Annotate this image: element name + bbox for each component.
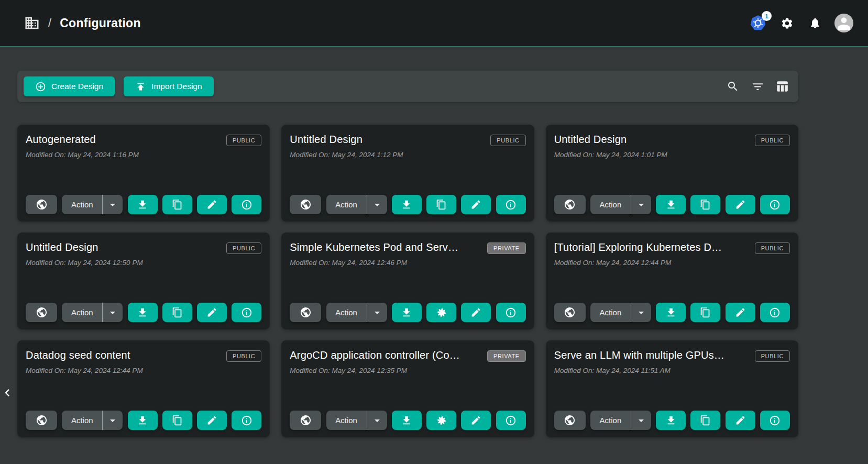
action-button[interactable]: Action bbox=[62, 303, 102, 322]
modified-on-text: Modified On: May 24, 2024 1:12 PM bbox=[290, 151, 525, 159]
visibility-globe-button[interactable] bbox=[26, 195, 57, 214]
import-design-button[interactable]: Import Design bbox=[124, 76, 213, 96]
action-button[interactable]: Action bbox=[590, 195, 631, 214]
visibility-globe-button[interactable] bbox=[290, 411, 321, 430]
action-split-button: Action bbox=[326, 411, 387, 430]
globe-icon bbox=[36, 414, 48, 426]
table-view-icon[interactable] bbox=[774, 79, 790, 94]
visibility-badge[interactable]: PUBLIC bbox=[226, 242, 261, 254]
visibility-globe-button[interactable] bbox=[554, 411, 586, 430]
settings-gear-icon bbox=[781, 17, 794, 30]
dropdown-arrow-icon bbox=[371, 414, 383, 427]
visibility-globe-button[interactable] bbox=[26, 411, 57, 430]
settings-button[interactable] bbox=[778, 14, 796, 32]
action-split-button: Action bbox=[62, 303, 123, 322]
visibility-globe-button[interactable] bbox=[554, 303, 586, 322]
download-icon bbox=[401, 199, 412, 211]
info-icon bbox=[505, 199, 517, 211]
visibility-badge[interactable]: PUBLIC bbox=[755, 350, 790, 362]
drawer-collapse-toggle[interactable] bbox=[0, 383, 10, 403]
globe-icon bbox=[36, 306, 48, 318]
kubernetes-context-button[interactable]: 1 bbox=[749, 14, 767, 32]
action-button[interactable]: Action bbox=[62, 411, 102, 430]
visibility-badge[interactable]: PUBLIC bbox=[490, 135, 525, 146]
edit-button[interactable] bbox=[461, 411, 491, 430]
fourth-action-button[interactable] bbox=[426, 195, 456, 214]
visibility-badge[interactable]: PUBLIC bbox=[226, 135, 261, 146]
fourth-action-button[interactable] bbox=[690, 195, 720, 214]
create-design-button[interactable]: Create Design bbox=[24, 76, 115, 96]
edit-button[interactable] bbox=[726, 303, 755, 322]
clone-icon bbox=[172, 199, 183, 210]
edit-button[interactable] bbox=[726, 195, 755, 214]
info-button[interactable] bbox=[760, 195, 790, 214]
action-dropdown-toggle[interactable] bbox=[103, 411, 123, 430]
design-card: Datadog seed content PUBLIC Modified On:… bbox=[17, 340, 270, 437]
edit-button[interactable] bbox=[461, 195, 491, 214]
action-dropdown-toggle[interactable] bbox=[103, 195, 123, 214]
action-dropdown-toggle[interactable] bbox=[367, 411, 387, 430]
download-button[interactable] bbox=[656, 195, 686, 214]
notifications-button[interactable] bbox=[806, 14, 824, 32]
download-button[interactable] bbox=[656, 303, 686, 322]
design-card: Untitled Design PUBLIC Modified On: May … bbox=[546, 125, 798, 222]
fourth-action-button[interactable] bbox=[690, 411, 720, 430]
visibility-globe-button[interactable] bbox=[26, 303, 57, 322]
fourth-action-button[interactable] bbox=[162, 195, 192, 214]
action-dropdown-toggle[interactable] bbox=[367, 303, 387, 322]
download-button[interactable] bbox=[392, 195, 422, 214]
edit-button[interactable] bbox=[461, 303, 491, 322]
action-button[interactable]: Action bbox=[62, 195, 102, 214]
fourth-action-button[interactable] bbox=[426, 303, 456, 322]
download-button[interactable] bbox=[656, 411, 686, 430]
info-button[interactable] bbox=[496, 195, 526, 214]
edit-button[interactable] bbox=[197, 195, 227, 214]
download-button[interactable] bbox=[392, 411, 422, 430]
info-button[interactable] bbox=[232, 195, 261, 214]
info-button[interactable] bbox=[760, 303, 790, 322]
action-button[interactable]: Action bbox=[326, 195, 367, 214]
fourth-action-button[interactable] bbox=[426, 411, 456, 430]
fourth-action-button[interactable] bbox=[690, 303, 720, 322]
visibility-badge[interactable]: PUBLIC bbox=[755, 242, 790, 254]
modified-on-text: Modified On: May 24, 2024 1:16 PM bbox=[26, 151, 261, 159]
building-icon[interactable] bbox=[24, 15, 40, 31]
visibility-badge[interactable]: PRIVATE bbox=[487, 350, 526, 362]
edit-button[interactable] bbox=[726, 411, 755, 430]
info-button[interactable] bbox=[232, 411, 261, 430]
visibility-globe-button[interactable] bbox=[554, 195, 586, 214]
edit-button[interactable] bbox=[197, 303, 227, 322]
info-button[interactable] bbox=[232, 303, 261, 322]
fourth-action-button[interactable] bbox=[162, 303, 192, 322]
design-title: Datadog seed content bbox=[26, 349, 130, 361]
download-button[interactable] bbox=[128, 195, 158, 214]
download-button[interactable] bbox=[128, 303, 158, 322]
action-dropdown-toggle[interactable] bbox=[631, 303, 651, 322]
action-dropdown-toggle[interactable] bbox=[367, 195, 387, 214]
visibility-globe-button[interactable] bbox=[290, 303, 321, 322]
visibility-badge[interactable]: PRIVATE bbox=[487, 242, 526, 254]
download-button[interactable] bbox=[128, 411, 158, 430]
info-button[interactable] bbox=[496, 411, 526, 430]
search-icon[interactable] bbox=[725, 79, 741, 94]
user-avatar[interactable] bbox=[834, 14, 853, 32]
action-button[interactable]: Action bbox=[326, 303, 367, 322]
action-dropdown-toggle[interactable] bbox=[631, 195, 651, 214]
action-dropdown-toggle[interactable] bbox=[103, 303, 123, 322]
edit-button[interactable] bbox=[197, 411, 227, 430]
fourth-action-button[interactable] bbox=[162, 411, 192, 430]
action-button[interactable]: Action bbox=[326, 411, 367, 430]
action-button[interactable]: Action bbox=[590, 303, 631, 322]
visibility-globe-button[interactable] bbox=[290, 195, 321, 214]
info-button[interactable] bbox=[496, 303, 526, 322]
action-button[interactable]: Action bbox=[590, 411, 631, 430]
edit-icon bbox=[206, 307, 217, 318]
download-button[interactable] bbox=[392, 303, 422, 322]
visibility-badge[interactable]: PUBLIC bbox=[226, 350, 261, 362]
page-title: Configuration bbox=[60, 16, 141, 30]
filter-icon[interactable] bbox=[750, 79, 765, 94]
info-icon bbox=[769, 199, 781, 211]
action-dropdown-toggle[interactable] bbox=[631, 411, 651, 430]
info-button[interactable] bbox=[760, 411, 790, 430]
visibility-badge[interactable]: PUBLIC bbox=[755, 135, 790, 146]
